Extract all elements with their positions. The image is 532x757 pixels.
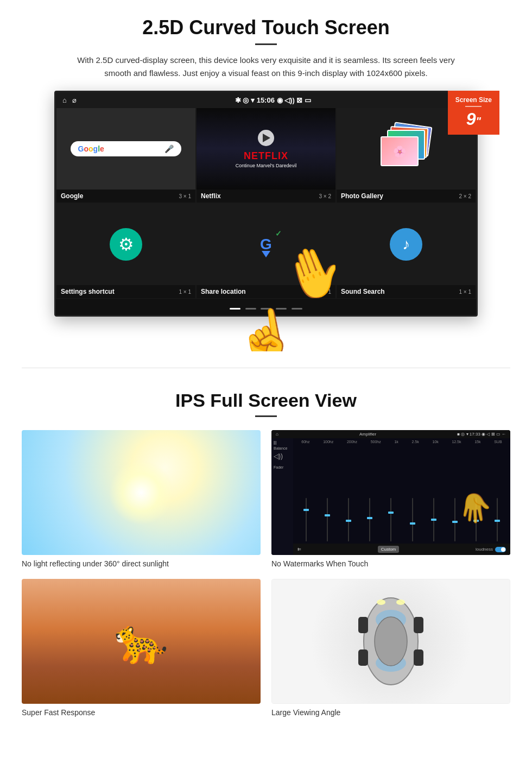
play-button[interactable] bbox=[258, 130, 274, 146]
amp-time: 17:33 bbox=[470, 432, 480, 437]
amp-sliders[interactable]: 🖐 bbox=[295, 498, 508, 541]
amp-thumb-7[interactable] bbox=[431, 519, 436, 521]
g-maps-icon: G ✓ bbox=[252, 228, 280, 261]
location-icon: ◎ bbox=[243, 96, 251, 104]
amp-mockup: ⌂ Amplifier ■ ◎ ▾ 17:33 ◉ ◁ ⊠ ▭ ← ||| Ba… bbox=[271, 430, 510, 555]
feature-car: Large Viewing Angle bbox=[271, 579, 510, 717]
amp-track-5 bbox=[390, 498, 391, 541]
amp-arrow-icon: ⇇ bbox=[297, 547, 301, 552]
music-note-icon: ♪ bbox=[402, 236, 410, 253]
amp-thumb-3[interactable] bbox=[346, 520, 351, 522]
hand-on-sliders-icon: 🖐 bbox=[458, 493, 492, 524]
amp-thumb-6[interactable] bbox=[410, 522, 415, 525]
maps-check-icon: ✓ bbox=[275, 229, 282, 238]
cheetah-image: 🐆 bbox=[22, 579, 261, 704]
car-image bbox=[271, 579, 510, 704]
google-search-bar[interactable]: Google 🎤 bbox=[71, 141, 182, 156]
amp-custom-button[interactable]: Custom bbox=[378, 546, 400, 553]
google-label-row: Google 3 × 1 bbox=[56, 190, 195, 203]
dot-5 bbox=[292, 308, 302, 310]
settings-label: Settings shortcut bbox=[61, 288, 115, 295]
amp-title: Amplifier bbox=[359, 432, 376, 437]
amp-loudness-toggle[interactable]: loudness bbox=[476, 547, 506, 552]
amplifier-label: No Watermarks When Touch bbox=[271, 559, 510, 568]
app-cell-settings[interactable]: ⚙ Settings shortcut 1 × 1 bbox=[56, 203, 196, 299]
amp-fader-label: Fader bbox=[274, 465, 291, 469]
amp-slider-1[interactable] bbox=[306, 498, 307, 541]
amp-track-10 bbox=[497, 498, 498, 541]
amp-slider-8[interactable] bbox=[454, 498, 455, 541]
amp-thumb-4[interactable] bbox=[367, 517, 372, 519]
amp-freq-labels: 60hz 100hz 200hz 500hz 1k 2.5k 10k 12.5k… bbox=[293, 438, 510, 445]
sun-glow bbox=[109, 460, 174, 525]
play-triangle-icon bbox=[263, 134, 270, 142]
amp-track-1 bbox=[306, 498, 307, 541]
amp-home-icon: ⌂ bbox=[276, 432, 278, 437]
google-mic-icon[interactable]: 🎤 bbox=[164, 144, 174, 153]
feature-grid: No light reflecting under 360° direct su… bbox=[22, 430, 510, 717]
settings-gear-icon: ⚙ bbox=[118, 234, 134, 255]
amp-toggle[interactable] bbox=[495, 547, 506, 552]
amp-top-bar: ⌂ Amplifier ■ ◎ ▾ 17:33 ◉ ◁ ⊠ ▭ ← bbox=[271, 430, 510, 438]
app-cell-google[interactable]: Google 🎤 Google 3 × 1 bbox=[56, 108, 196, 203]
netflix-logo: NETFLIX bbox=[244, 150, 288, 162]
amp-thumb-8[interactable] bbox=[452, 521, 458, 523]
amplifier-image: ⌂ Amplifier ■ ◎ ▾ 17:33 ◉ ◁ ⊠ ▭ ← ||| Ba… bbox=[271, 430, 510, 555]
gallery-size: 2 × 2 bbox=[459, 193, 471, 199]
app-cell-share[interactable]: G ✓ 🤚 Share location 1 × 1 bbox=[196, 203, 336, 299]
amp-slider-4[interactable] bbox=[369, 498, 370, 541]
amp-slider-2[interactable] bbox=[327, 498, 328, 541]
svg-rect-5 bbox=[414, 617, 423, 633]
sound-label: Sound Search bbox=[341, 288, 385, 295]
badge-divider bbox=[465, 106, 482, 107]
device-screen: ⌂ ⌀ ✱ ◎ ▾ 15:06 ◉ ◁)) ⊠ ▭ bbox=[54, 91, 478, 317]
amp-slider-10[interactable] bbox=[497, 498, 498, 541]
amp-main: 60hz 100hz 200hz 500hz 1k 2.5k 10k 12.5k… bbox=[293, 438, 510, 555]
amp-thumb-2[interactable] bbox=[325, 514, 330, 516]
share-label-row: Share location 1 × 1 bbox=[197, 285, 335, 298]
status-bar-center: ✱ ◎ ▾ 15:06 ◉ ◁)) ⊠ ▭ bbox=[235, 96, 311, 104]
section1: 2.5D Curved Touch Screen With 2.5D curve… bbox=[0, 0, 532, 362]
status-bar: ⌂ ⌀ ✱ ◎ ▾ 15:06 ◉ ◁)) ⊠ ▭ bbox=[56, 92, 476, 108]
feature-sunlight: No light reflecting under 360° direct su… bbox=[22, 430, 261, 568]
settings-icon-bg: ⚙ bbox=[110, 228, 142, 261]
netflix-label: Netflix bbox=[201, 192, 221, 200]
section1-title: 2.5D Curved Touch Screen bbox=[33, 16, 499, 39]
sunlight-label: No light reflecting under 360° direct su… bbox=[22, 559, 261, 568]
netflix-label-row: Netflix 3 × 2 bbox=[197, 190, 335, 203]
amp-thumb-5[interactable] bbox=[388, 512, 394, 514]
hand-below-icon: ☝ bbox=[231, 308, 301, 351]
gallery-label: Photo Gallery bbox=[341, 192, 383, 200]
cheetah-inner: 🐆 bbox=[22, 579, 261, 704]
settings-label-row: Settings shortcut 1 × 1 bbox=[56, 285, 195, 298]
settings-size: 1 × 1 bbox=[179, 289, 191, 295]
sound-icon-bg: ♪ bbox=[390, 228, 422, 261]
amp-slider-5[interactable] bbox=[390, 498, 391, 541]
amp-slider-6[interactable] bbox=[412, 498, 413, 541]
usb-icon: ⌀ bbox=[72, 96, 77, 104]
device-wrapper: Screen Size 9" ⌂ ⌀ ✱ ◎ ▾ bbox=[54, 91, 478, 317]
google-logo: Google bbox=[78, 144, 104, 153]
section2-title: IPS Full Screen View bbox=[22, 390, 510, 411]
amp-slider-3[interactable] bbox=[348, 498, 349, 541]
section2: IPS Full Screen View No light reflecting… bbox=[0, 374, 532, 739]
home-icon[interactable]: ⌂ bbox=[62, 96, 67, 104]
google-size: 3 × 1 bbox=[179, 193, 191, 199]
google-label: Google bbox=[61, 192, 83, 200]
amp-track-4 bbox=[369, 498, 370, 541]
app-cell-sound[interactable]: ♪ Sound Search 1 × 1 bbox=[336, 203, 476, 299]
car-svg bbox=[353, 587, 429, 696]
amp-slider-7[interactable] bbox=[433, 498, 434, 541]
section-divider-line bbox=[22, 368, 510, 368]
amp-loudness-label: loudness bbox=[476, 547, 493, 552]
app-cell-netflix[interactable]: NETFLIX Continue Marvel's Daredevil Netf… bbox=[196, 108, 336, 203]
amp-track-2 bbox=[327, 498, 328, 541]
amp-toggle-dot bbox=[501, 547, 505, 552]
share-label: Share location bbox=[201, 288, 246, 295]
amp-sliders-area: 🖐 bbox=[293, 445, 510, 544]
svg-rect-6 bbox=[358, 649, 368, 666]
close-icon: ⊠ bbox=[296, 96, 305, 104]
amp-icons: ■ ◎ ▾ 17:33 ◉ ◁ ⊠ ▭ ← bbox=[457, 432, 506, 437]
amp-thumb-1[interactable] bbox=[303, 509, 309, 511]
amp-thumb-10[interactable] bbox=[495, 520, 500, 522]
